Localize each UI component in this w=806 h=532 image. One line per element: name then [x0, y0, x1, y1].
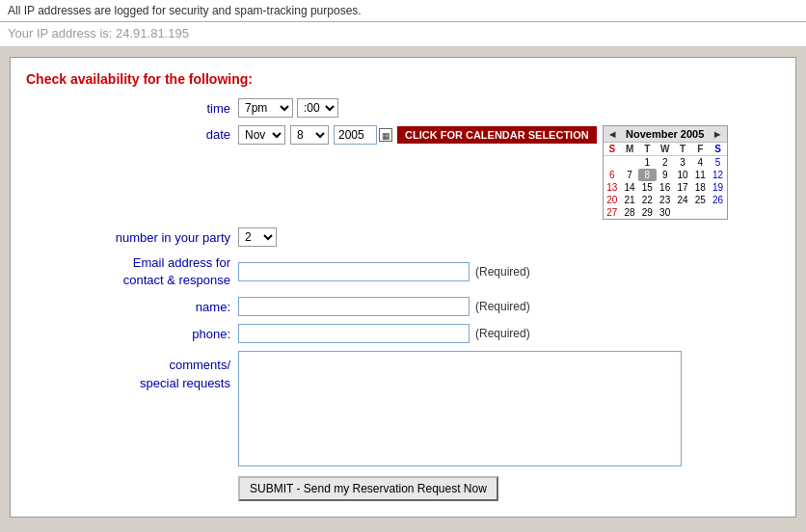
phone-row: phone: (Required)	[26, 324, 780, 343]
cal-body: 1234567891011121314151617181920212223242…	[604, 156, 727, 220]
cal-th-fri: F	[691, 143, 709, 156]
email-controls: (Required)	[238, 262, 780, 281]
cal-day	[621, 156, 638, 170]
year-input[interactable]	[334, 125, 377, 145]
form-box: Check availability for the following: ti…	[10, 57, 796, 518]
party-select[interactable]: 1234 5678 910	[238, 227, 277, 247]
cal-day	[674, 206, 691, 219]
main-area: Check availability for the following: ti…	[0, 47, 806, 527]
calendar-grid: S M T W T F S 12345678910111213	[604, 143, 727, 219]
date-controls: JanFebMarApr MayJunJulAug SepOctNovDec 1…	[238, 125, 780, 220]
cal-th-tue: T	[638, 143, 656, 156]
time-select[interactable]: 7am8am9am10am 11am12pm1pm2pm 3pm4pm5pm6p…	[238, 98, 293, 118]
cal-day[interactable]: 29	[638, 206, 656, 219]
cal-day[interactable]: 12	[709, 169, 726, 181]
cal-day[interactable]: 26	[709, 194, 726, 206]
time-label: time	[26, 101, 238, 116]
cal-day[interactable]: 3	[674, 156, 691, 170]
cal-day[interactable]: 23	[657, 194, 674, 206]
name-row: name: (Required)	[26, 297, 780, 316]
comments-controls	[238, 351, 780, 466]
calendar-btn[interactable]: CLICK FOR CALENDAR SELECTION	[397, 126, 597, 144]
comments-row: comments/special requests	[26, 351, 780, 466]
cal-day[interactable]: 14	[621, 181, 638, 194]
date-selects: JanFebMarApr MayJunJulAug SepOctNovDec 1…	[238, 125, 597, 145]
email-input[interactable]	[238, 262, 470, 281]
name-label: name:	[26, 300, 238, 314]
email-label: Email address forcontact & response	[26, 254, 238, 289]
comments-label: comments/special requests	[26, 351, 238, 391]
calendar-widget: ◄ November 2005 ► S M T W	[603, 125, 728, 220]
phone-required: (Required)	[475, 327, 530, 340]
cal-day[interactable]: 19	[709, 181, 726, 194]
ip-label: Your IP address is: 24.91.81.195	[8, 26, 189, 40]
form-title: Check availability for the following:	[26, 71, 780, 87]
day-select[interactable]: 1234 5678 910	[290, 125, 329, 145]
cal-day[interactable]: 16	[657, 181, 674, 194]
cal-day[interactable]: 25	[691, 194, 709, 206]
name-required: (Required)	[475, 300, 530, 313]
name-input[interactable]	[238, 297, 470, 316]
calendar-header: ◄ November 2005 ►	[604, 126, 727, 143]
cal-week-4: 27282930	[604, 206, 727, 219]
cal-th-sat: S	[709, 143, 726, 156]
cal-day[interactable]: 21	[621, 194, 638, 206]
cal-week-1: 6789101112	[604, 169, 727, 181]
cal-month-year: November 2005	[626, 128, 704, 140]
calendar-section: JanFebMarApr MayJunJulAug SepOctNovDec 1…	[238, 125, 728, 220]
cal-day[interactable]: 7	[621, 169, 638, 181]
cal-day	[709, 206, 726, 219]
cal-day[interactable]: 8	[638, 169, 656, 181]
cal-day[interactable]: 22	[638, 194, 656, 206]
submit-row: SUBMIT - Send my Reservation Request Now	[26, 476, 780, 501]
email-required: (Required)	[475, 265, 530, 279]
cal-day[interactable]: 27	[604, 206, 621, 219]
time-row: time 7am8am9am10am 11am12pm1pm2pm 3pm4pm…	[26, 98, 780, 118]
cal-day[interactable]: 1	[638, 156, 656, 170]
cal-day[interactable]: 6	[604, 169, 621, 181]
cal-th-wed: W	[657, 143, 674, 156]
cal-day[interactable]: 2	[657, 156, 674, 170]
submit-button[interactable]: SUBMIT - Send my Reservation Request Now	[238, 476, 498, 501]
name-controls: (Required)	[238, 297, 780, 316]
top-bar-message: All IP addresses are logged for security…	[8, 4, 362, 17]
cal-day[interactable]: 5	[709, 156, 726, 170]
cal-day[interactable]: 24	[674, 194, 691, 206]
cal-next-btn[interactable]: ►	[712, 128, 723, 140]
minute-select[interactable]: :00:15:30:45	[297, 98, 338, 118]
cal-day[interactable]: 28	[621, 206, 638, 219]
time-controls: 7am8am9am10am 11am12pm1pm2pm 3pm4pm5pm6p…	[238, 98, 780, 118]
top-bar: All IP addresses are logged for security…	[0, 0, 806, 22]
cal-week-0: 12345	[604, 156, 727, 170]
comments-textarea[interactable]	[238, 351, 682, 466]
cal-header-row: S M T W T F S	[604, 143, 727, 156]
phone-label: phone:	[26, 327, 238, 341]
party-controls: 1234 5678 910	[238, 227, 780, 247]
cal-day	[604, 156, 621, 170]
cal-week-2: 13141516171819	[604, 181, 727, 194]
month-select[interactable]: JanFebMarApr MayJunJulAug SepOctNovDec	[238, 125, 285, 145]
cal-day[interactable]: 17	[674, 181, 691, 194]
cal-day	[691, 206, 709, 219]
phone-input[interactable]	[238, 324, 470, 343]
cal-th-sun: S	[604, 143, 621, 156]
cal-day[interactable]: 10	[674, 169, 691, 181]
cal-prev-btn[interactable]: ◄	[607, 128, 618, 140]
powered-bar: Powered by RequesTable™	[0, 527, 806, 532]
ip-bar: Your IP address is: 24.91.81.195	[0, 22, 806, 47]
email-row: Email address forcontact & response (Req…	[26, 254, 780, 289]
party-row: number in your party 1234 5678 910	[26, 227, 780, 247]
cal-day[interactable]: 30	[657, 206, 674, 219]
calendar-icon[interactable]: ▦	[379, 128, 392, 142]
cal-th-mon: M	[621, 143, 638, 156]
cal-day[interactable]: 11	[691, 169, 709, 181]
cal-day[interactable]: 4	[691, 156, 709, 170]
cal-day[interactable]: 9	[657, 169, 674, 181]
cal-day[interactable]: 15	[638, 181, 656, 194]
date-label: date	[26, 125, 238, 142]
cal-day[interactable]: 18	[691, 181, 709, 194]
cal-th-thu: T	[674, 143, 691, 156]
cal-day[interactable]: 13	[604, 181, 621, 194]
cal-day[interactable]: 20	[604, 194, 621, 206]
date-row: date JanFebMarApr MayJunJulAug SepOctNov…	[26, 125, 780, 220]
